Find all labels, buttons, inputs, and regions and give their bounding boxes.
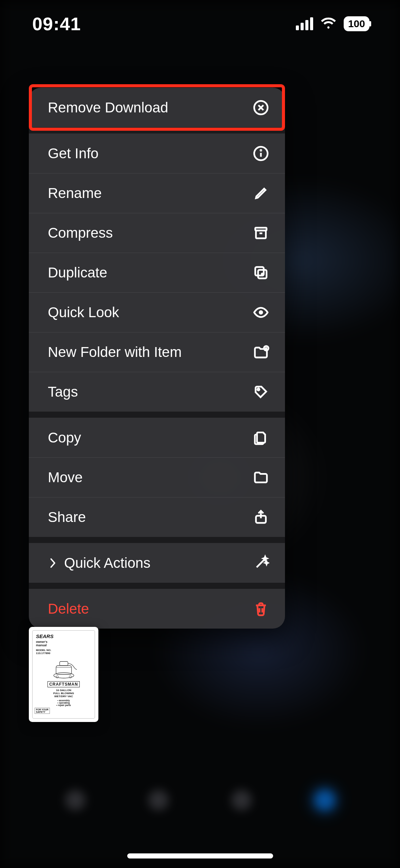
menu-item-label: Share: [48, 509, 86, 525]
svg-rect-13: [59, 662, 68, 666]
svg-point-11: [54, 673, 74, 678]
svg-point-7: [259, 310, 263, 315]
status-time: 09:41: [32, 13, 81, 34]
thumb-list: • assembly • operating • repair parts: [56, 699, 71, 706]
thumbnail-content: SEARS owner's manual MODEL NO.113.177890…: [32, 630, 95, 719]
menu-separator: [29, 412, 285, 418]
tag-icon: [252, 383, 269, 400]
tab-bar-blurred: [0, 790, 400, 810]
menu-item-label: Quick Look: [48, 304, 119, 321]
menu-item-label: New Folder with Item: [48, 344, 182, 360]
thumb-brand-top: SEARS: [35, 633, 54, 639]
thumb-model: MODEL NO.113.177890: [35, 649, 51, 655]
chevron-right-icon: [48, 558, 57, 568]
menu-separator: [29, 583, 285, 589]
menu-group: Copy Move Share: [29, 418, 285, 537]
duplicate-icon: [252, 264, 269, 281]
menu-item-rename[interactable]: Rename: [29, 173, 285, 213]
info-circle-icon: [252, 145, 269, 162]
thumb-desc: 16 GALLON FULL BLOWING WET/DRY VAC: [53, 689, 74, 698]
archive-icon: [252, 224, 269, 241]
menu-item-duplicate[interactable]: Duplicate: [29, 253, 285, 292]
context-menu: Remove Download Get Info Rename Compress: [29, 88, 285, 629]
folder-icon: [252, 469, 269, 486]
thumb-brand: CRAFTSMAN: [47, 681, 80, 687]
menu-item-label: Copy: [48, 430, 81, 446]
vacuum-illustration-icon: [49, 656, 79, 680]
cellular-signal-icon: [296, 17, 313, 30]
menu-item-compress[interactable]: Compress: [29, 213, 285, 253]
battery-indicator: 100: [344, 16, 369, 31]
folder-plus-icon: [252, 344, 269, 361]
menu-item-get-info[interactable]: Get Info: [29, 133, 285, 173]
menu-item-label: Tags: [48, 384, 78, 400]
menu-group: Quick Actions: [29, 543, 285, 583]
menu-item-label: Remove Download: [48, 100, 168, 116]
svg-point-15: [69, 676, 71, 678]
svg-point-14: [56, 676, 58, 678]
menu-item-label: Rename: [48, 185, 102, 201]
status-indicators: 100: [296, 16, 369, 31]
svg-rect-4: [256, 231, 266, 238]
menu-item-tags[interactable]: Tags: [29, 372, 285, 412]
svg-point-9: [258, 388, 260, 391]
status-bar: 09:41 100: [0, 0, 400, 48]
wifi-icon: [321, 17, 336, 31]
menu-group: Get Info Rename Compress Duplicate Quick…: [29, 133, 285, 412]
menu-group: Delete: [29, 589, 285, 629]
wand-icon: [252, 555, 269, 572]
trash-icon: [252, 600, 269, 617]
svg-point-2: [261, 150, 261, 150]
menu-item-quick-actions[interactable]: Quick Actions: [29, 543, 285, 583]
eye-icon: [252, 304, 269, 321]
thumb-safety: FOR YOUR SAFETY: [35, 708, 50, 714]
menu-item-label: Delete: [48, 601, 89, 617]
menu-separator: [29, 127, 285, 133]
menu-item-remove-download[interactable]: Remove Download: [29, 88, 285, 127]
battery-level: 100: [348, 18, 365, 30]
home-indicator[interactable]: [127, 853, 273, 858]
menu-group: Remove Download: [29, 88, 285, 127]
menu-item-quick-look[interactable]: Quick Look: [29, 292, 285, 332]
menu-item-label: Quick Actions: [64, 555, 246, 571]
thumb-owner-line: owner's manual: [35, 640, 47, 647]
menu-item-label: Compress: [48, 225, 113, 241]
menu-item-new-folder-with-item[interactable]: New Folder with Item: [29, 332, 285, 372]
copy-icon: [252, 429, 269, 446]
menu-item-label: Duplicate: [48, 265, 107, 281]
menu-separator: [29, 537, 285, 543]
menu-item-copy[interactable]: Copy: [29, 418, 285, 457]
x-circle-icon: [252, 99, 269, 116]
menu-item-share[interactable]: Share: [29, 497, 285, 537]
share-icon: [252, 509, 269, 526]
menu-item-label: Move: [48, 469, 83, 486]
menu-item-delete[interactable]: Delete: [29, 589, 285, 629]
menu-item-move[interactable]: Move: [29, 457, 285, 497]
file-thumbnail[interactable]: SEARS owner's manual MODEL NO.113.177890…: [29, 627, 98, 722]
pencil-icon: [252, 185, 269, 202]
menu-item-label: Get Info: [48, 145, 98, 162]
